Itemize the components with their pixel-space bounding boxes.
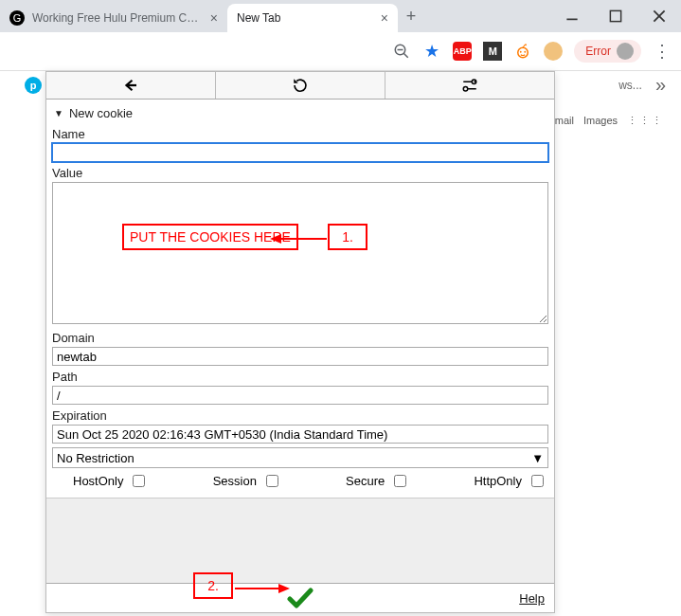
back-button[interactable] <box>46 72 216 99</box>
label-name: Name <box>52 127 548 141</box>
profile-error-pill[interactable]: Error <box>574 40 641 63</box>
new-tab-button[interactable]: + <box>398 7 424 27</box>
adblock-icon[interactable]: ABP <box>453 42 472 61</box>
zoom-out-icon[interactable] <box>392 42 411 61</box>
browser-toolbar: ★ ABP M Error ⋮ <box>0 32 681 71</box>
svg-point-9 <box>525 51 527 53</box>
maximize-button[interactable] <box>594 2 637 30</box>
domain-input[interactable] <box>52 347 548 366</box>
panel-body: ▼ New cookie Name Value Domain Path Expi… <box>46 100 554 498</box>
svg-rect-1 <box>610 10 620 21</box>
close-icon[interactable]: × <box>210 10 218 26</box>
restriction-select[interactable]: No Restriction ▼ <box>52 447 548 468</box>
label-value: Value <box>52 166 548 180</box>
hostonly-checkbox[interactable]: HostOnly <box>73 472 148 490</box>
chevron-down-icon: ▼ <box>531 451 544 465</box>
flags-row: HostOnly Session Secure HttpOnly <box>52 468 548 492</box>
path-input[interactable] <box>52 386 548 405</box>
session-checkbox[interactable]: Session <box>213 472 281 490</box>
settings-button[interactable] <box>385 72 554 99</box>
browser-menu-icon[interactable]: ⋮ <box>653 42 672 61</box>
refresh-button[interactable] <box>216 72 385 99</box>
tab-hulu[interactable]: G Working Free Hulu Premium Coo… × <box>0 4 227 32</box>
browser-tabstrip: G Working Free Hulu Premium Coo… × New T… <box>0 0 681 32</box>
label-path: Path <box>52 370 548 384</box>
apps-icon[interactable]: ⋮⋮⋮ <box>627 115 664 127</box>
tab-newtab[interactable]: New Tab × <box>227 4 398 32</box>
svg-point-7 <box>518 47 529 58</box>
panel-header[interactable]: ▼ New cookie <box>52 103 548 123</box>
bookmark-star-icon[interactable]: ★ <box>422 42 441 61</box>
window-controls <box>550 0 681 32</box>
expiration-input[interactable] <box>52 425 548 444</box>
avatar-icon <box>617 43 634 60</box>
svg-line-5 <box>404 53 409 58</box>
svg-point-8 <box>520 51 522 53</box>
chevron-right-icon[interactable]: » <box>655 79 666 92</box>
close-icon[interactable]: × <box>381 10 388 26</box>
images-link[interactable]: Images <box>583 115 618 127</box>
cookie-editor-panel: ▼ New cookie Name Value Domain Path Expi… <box>45 71 555 613</box>
name-input[interactable] <box>52 143 548 162</box>
page-content: p ws... » Gmail Images ⋮⋮⋮ ▼ New cookie <box>0 71 681 616</box>
svg-point-11 <box>525 44 527 45</box>
value-textarea[interactable] <box>52 182 548 324</box>
tab-favicon: G <box>9 10 25 26</box>
label-domain: Domain <box>52 331 548 345</box>
panel-toolbar <box>46 72 554 100</box>
m-extension-icon[interactable]: M <box>483 42 502 61</box>
restriction-value: No Restriction <box>57 451 134 465</box>
minimize-button[interactable] <box>550 2 594 30</box>
ws-text: ws... <box>618 79 642 92</box>
cookie-editor-icon[interactable] <box>544 42 563 61</box>
secure-checkbox[interactable]: Secure <box>346 472 409 490</box>
panel-footer: Help <box>46 498 554 612</box>
reddit-icon[interactable] <box>513 42 532 61</box>
panel-title: New cookie <box>69 106 133 120</box>
bookmark-favicon[interactable]: p <box>25 77 42 94</box>
label-expiration: Expiration <box>52 408 548 423</box>
error-label: Error <box>585 45 611 58</box>
confirm-button[interactable] <box>287 588 314 608</box>
tab-title: Working Free Hulu Premium Coo… <box>32 11 203 25</box>
triangle-down-icon: ▼ <box>54 108 63 118</box>
httponly-checkbox[interactable]: HttpOnly <box>474 472 547 490</box>
help-link[interactable]: Help <box>519 591 545 606</box>
bg-right-text: ws... » <box>618 79 666 92</box>
close-window-button[interactable] <box>637 2 681 30</box>
tab-title: New Tab <box>237 11 373 25</box>
